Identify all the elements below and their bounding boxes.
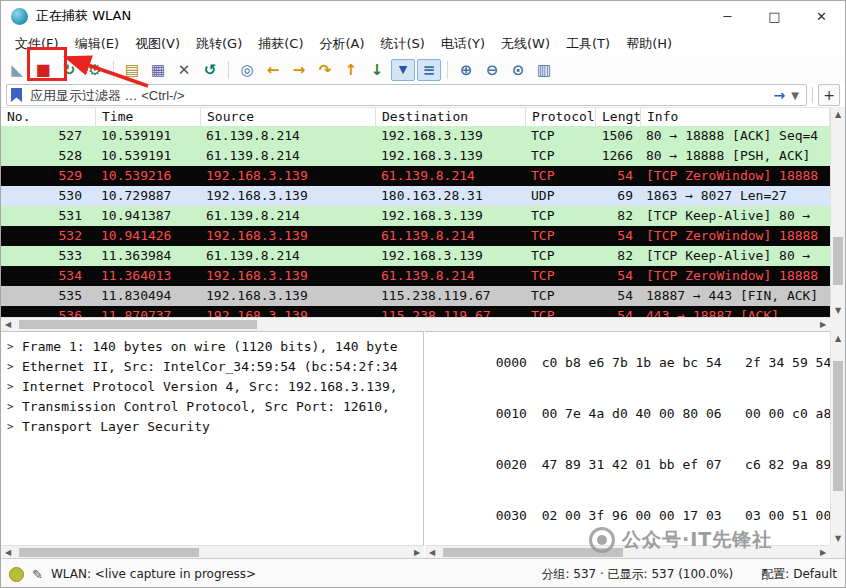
auto-scroll-icon[interactable]: ▼: [391, 59, 415, 81]
detail-pane-hscrollbar[interactable]: ◀ ▶: [1, 545, 424, 559]
packet-row[interactable]: 528 10.539191 61.139.8.214 192.168.3.139…: [1, 146, 830, 166]
minimize-button[interactable]: ─: [704, 1, 751, 31]
column-header[interactable]: No.: [1, 108, 96, 127]
menu-go[interactable]: 跳转(G): [188, 32, 250, 56]
menu-telephony[interactable]: 电话(Y): [433, 32, 493, 56]
scrollbar-track: [831, 345, 845, 531]
scrollbar-thumb[interactable]: [19, 548, 199, 557]
packet-row[interactable]: 529 10.539216 192.168.3.139 61.139.8.214…: [1, 166, 830, 186]
hex-offset: 0030: [496, 507, 542, 524]
packet-detail-pane: > Frame 1: 140 bytes on wire (1120 bits)…: [1, 331, 424, 545]
zoom-out-icon[interactable]: ⊖: [480, 59, 504, 81]
go-first-icon[interactable]: ↑: [339, 59, 363, 81]
packet-row[interactable]: 532 10.941426 192.168.3.139 61.139.8.214…: [1, 226, 830, 246]
capture-status-text: WLAN: <live capture in progress>: [51, 567, 256, 581]
scroll-up-icon[interactable]: ▲: [831, 331, 845, 345]
hex-row[interactable]: 002047 89 31 42 01 bb ef 07 c6 82 9a 89 …: [433, 439, 830, 490]
menu-wireless[interactable]: 无线(W): [493, 32, 558, 56]
toolbar-separator: [447, 61, 448, 79]
packet-list-header: No.TimeSourceDestinationProtocolLengthIn…: [1, 107, 830, 128]
hex-offset: 0010: [496, 405, 542, 422]
menu-capture[interactable]: 捕获(C): [250, 32, 311, 56]
window-controls: ─□✕: [704, 1, 845, 31]
expander-icon[interactable]: >: [7, 360, 22, 373]
menu-help[interactable]: 帮助(H): [618, 32, 680, 56]
detail-line[interactable]: > Ethernet II, Src: IntelCor_34:59:54 (b…: [1, 356, 423, 376]
packet-row[interactable]: 531 10.941387 61.139.8.214 192.168.3.139…: [1, 206, 830, 226]
find-packet-icon[interactable]: ◎: [235, 59, 259, 81]
hex-row[interactable]: 0000c0 b8 e6 7b 1b ae bc 54 2f 34 59 54 …: [433, 337, 830, 388]
scrollbar-thumb[interactable]: [443, 548, 623, 557]
scroll-right-icon[interactable]: ▶: [816, 318, 830, 331]
hex-dump-pane: 0000c0 b8 e6 7b 1b ae bc 54 2f 34 59 54 …: [425, 331, 830, 545]
apply-filter-icon[interactable]: →: [771, 87, 789, 103]
scroll-down-icon[interactable]: ▼: [831, 303, 845, 317]
toolbar-separator: [228, 61, 229, 79]
scrollbar-thumb[interactable]: [19, 320, 257, 329]
statusbar: ✎ WLAN: <live capture in progress> 分组: 5…: [1, 558, 845, 588]
scrollbar-thumb[interactable]: [833, 237, 843, 285]
scrollbar-corner: [830, 545, 845, 558]
detail-line[interactable]: > Frame 1: 140 bytes on wire (1120 bits)…: [1, 336, 423, 356]
scroll-left-icon[interactable]: ◀: [1, 318, 15, 331]
packet-row[interactable]: 527 10.539191 61.139.8.214 192.168.3.139…: [1, 126, 830, 146]
colorize-icon[interactable]: ≡: [417, 59, 441, 81]
maximize-button[interactable]: □: [751, 1, 798, 31]
wireshark-window: 正在捕获 WLAN ─□✕ 文件(F)编辑(E)视图(V)跳转(G)捕获(C)分…: [0, 0, 846, 588]
expander-icon[interactable]: >: [7, 380, 22, 393]
packet-row[interactable]: 533 11.363984 61.139.8.214 192.168.3.139…: [1, 246, 830, 266]
hex-bytes: c0 b8 e6 7b 1b ae bc 54 2f 34 59 54 08 0…: [542, 355, 830, 370]
zoom-100-icon[interactable]: ⊙: [506, 59, 530, 81]
packet-row[interactable]: 536 11.870737 192.168.3.139 115.238.119.…: [1, 306, 830, 317]
add-filter-button[interactable]: +: [818, 84, 840, 106]
packet-count-text: 分组: 537 · 已显示: 537 (100.0%): [541, 566, 733, 583]
capture-comment-icon[interactable]: ✎: [32, 567, 43, 582]
packet-list-hscrollbar[interactable]: ◀ ▶: [1, 317, 830, 331]
scrollbar-thumb[interactable]: [833, 361, 843, 491]
column-header[interactable]: Info: [641, 108, 830, 127]
menu-analyze[interactable]: 分析(A): [311, 32, 372, 56]
close-button[interactable]: ✕: [798, 1, 845, 31]
profile-text[interactable]: 配置: Default: [761, 566, 837, 583]
hex-bytes: 00 7e 4a d0 40 00 80 06 00 00 c0 a8 03 8…: [542, 406, 830, 421]
menu-statistics[interactable]: 统计(S): [373, 32, 433, 56]
filter-bookmark-icon[interactable]: [11, 88, 22, 102]
scrollbar-track: [15, 318, 816, 331]
go-forward-icon[interactable]: →: [287, 59, 311, 81]
column-header[interactable]: Destination: [376, 108, 526, 127]
resize-columns-icon[interactable]: ▥: [532, 59, 556, 81]
go-last-icon[interactable]: ↓: [365, 59, 389, 81]
scroll-up-icon[interactable]: ▲: [831, 107, 845, 121]
hex-row[interactable]: 003002 00 3f 96 00 00 17 03 03 00 51 00 …: [433, 490, 830, 541]
expander-icon[interactable]: >: [7, 400, 22, 413]
column-header[interactable]: Time: [96, 108, 201, 127]
titlebar: 正在捕获 WLAN ─□✕: [1, 1, 845, 31]
hex-offset: 0020: [496, 456, 542, 473]
hex-pane-hscrollbar[interactable]: ◀ ▶: [425, 545, 830, 559]
detail-line[interactable]: > Transmission Control Protocol, Src Por…: [1, 396, 423, 416]
expander-icon[interactable]: >: [7, 340, 22, 353]
column-header[interactable]: Length: [596, 108, 641, 127]
reload-icon[interactable]: ↺: [198, 59, 222, 81]
packet-row[interactable]: 530 10.729887 192.168.3.139 180.163.28.3…: [1, 186, 830, 206]
packet-row[interactable]: 534 11.364013 192.168.3.139 61.139.8.214…: [1, 266, 830, 286]
start-capture-icon[interactable]: ◣: [5, 59, 29, 81]
close-file-icon[interactable]: ✕: [172, 59, 196, 81]
column-header[interactable]: Source: [201, 108, 376, 127]
expert-info-icon[interactable]: [9, 567, 24, 582]
go-back-icon[interactable]: ←: [261, 59, 285, 81]
filter-history-chevron-icon[interactable]: ▼: [788, 90, 802, 101]
detail-line[interactable]: > Internet Protocol Version 4, Src: 192.…: [1, 376, 423, 396]
scroll-down-icon[interactable]: ▼: [831, 531, 845, 545]
menu-tools[interactable]: 工具(T): [558, 32, 618, 56]
zoom-in-icon[interactable]: ⊕: [454, 59, 478, 81]
detail-vscrollbar[interactable]: ▲ ▼: [830, 331, 845, 545]
hex-row[interactable]: 001000 7e 4a d0 40 00 80 06 00 00 c0 a8 …: [433, 388, 830, 439]
expander-icon[interactable]: >: [7, 420, 22, 433]
packet-row[interactable]: 535 11.830494 192.168.3.139 115.238.119.…: [1, 286, 830, 306]
packet-list-vscrollbar[interactable]: ▲ ▼: [830, 107, 845, 317]
hex-offset: 0000: [496, 354, 542, 371]
go-to-packet-icon[interactable]: ↷: [313, 59, 337, 81]
column-header[interactable]: Protocol: [526, 108, 596, 127]
detail-line[interactable]: > Transport Layer Security: [1, 416, 423, 436]
